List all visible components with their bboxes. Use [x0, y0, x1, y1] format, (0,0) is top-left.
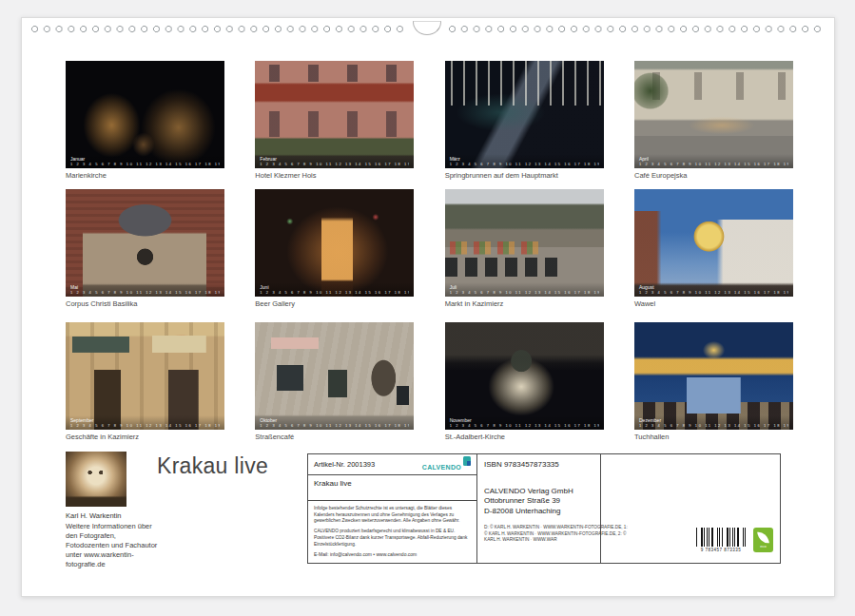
spiral-binding-holes-right — [448, 25, 826, 33]
mini-days-row: 1 2 3 4 5 6 7 8 9 10 11 12 13 14 15 16 1… — [639, 423, 788, 428]
thumbnail-springbrunnen-photo: März 1 2 3 4 5 6 7 8 9 10 11 12 13 14 15… — [445, 61, 604, 168]
mini-days-row: 1 2 3 4 5 6 7 8 9 10 11 12 13 14 15 16 1… — [450, 290, 599, 295]
ean-barcode: 9 783457 873335 — [696, 528, 746, 552]
calendar-back-sheet: Januar 1 2 3 4 5 6 7 8 9 10 11 12 13 14 … — [21, 17, 835, 597]
thumb-caption: Café Europejska — [634, 172, 793, 180]
thumbnail-beer-gallery-photo: Juni 1 2 3 4 5 6 7 8 9 10 11 12 13 14 15… — [255, 189, 414, 297]
thumb-caption: Markt in Kazimierz — [445, 300, 604, 308]
mini-month-calendar: Januar 1 2 3 4 5 6 7 8 9 10 11 12 13 14 … — [66, 154, 224, 168]
photographer-info-text: Weitere Informationen über den Fotografe… — [66, 522, 168, 568]
thumb-caption: Wawel — [634, 300, 793, 308]
hanger-notch — [413, 21, 441, 35]
publisher-info-box: Artikel-Nr. 2001393 CALVENDO Krakau live… — [307, 453, 781, 564]
thumb-caption: Beer Gallery — [255, 300, 414, 308]
eco-badge-label: eco — [760, 545, 766, 549]
month-cell-april: April 1 2 3 4 5 6 7 8 9 10 11 12 13 14 1… — [634, 61, 793, 189]
mini-days-row: 1 2 3 4 5 6 7 8 9 10 11 12 13 14 15 16 1… — [70, 162, 220, 166]
mini-month-calendar: September 1 2 3 4 5 6 7 8 9 10 11 12 13 … — [66, 415, 224, 430]
mini-days-row: 1 2 3 4 5 6 7 8 9 10 11 12 13 14 15 16 1… — [260, 423, 409, 428]
infobox-right-cell: 9 783457 873335 eco — [601, 454, 780, 563]
publisher-address: CALVENDO Verlag GmbH Ottobrunner Straße … — [484, 487, 600, 516]
thumbnail-adalbert-kirche-photo: November 1 2 3 4 5 6 7 8 9 10 11 12 13 1… — [445, 322, 604, 430]
contact-email-line: E-Mail: info@calvendo.com • www.calvendo… — [314, 551, 471, 558]
thumbnail-geschaefte-kazimierz-photo: September 1 2 3 4 5 6 7 8 9 10 11 12 13 … — [66, 322, 224, 430]
calendar-title: Krakau live — [157, 453, 268, 479]
thumb-caption: Hotel Klezmer Hois — [255, 172, 414, 180]
isbn-number: ISBN 9783457873335 — [484, 460, 600, 469]
barcode-digits: 9 783457 873335 — [696, 548, 746, 552]
mini-month-calendar: Dezember 1 2 3 4 5 6 7 8 9 10 11 12 13 1… — [634, 415, 793, 430]
mini-days-row: 1 2 3 4 5 6 7 8 9 10 11 12 13 14 15 16 1… — [260, 290, 409, 295]
mini-month-calendar: August 1 2 3 4 5 6 7 8 9 10 11 12 13 14 … — [634, 282, 793, 297]
thumbnail-wawel-photo: August 1 2 3 4 5 6 7 8 9 10 11 12 13 14 … — [634, 189, 793, 297]
mini-days-row: 1 2 3 4 5 6 7 8 9 10 11 12 13 14 15 16 1… — [450, 423, 599, 428]
mini-days-row: 1 2 3 4 5 6 7 8 9 10 11 12 13 14 15 16 1… — [260, 162, 409, 166]
mini-days-row: 1 2 3 4 5 6 7 8 9 10 11 12 13 14 15 16 1… — [70, 423, 220, 428]
photo-copyright-text: D: © KARL H. WARKENTIN · WWW.WARKENTIN-F… — [484, 525, 629, 544]
legal-text-block: Infolge bestehender Schutzrechte ist es … — [308, 501, 476, 564]
thumbnail-klezmer-hois-photo: Februar 1 2 3 4 5 6 7 8 9 10 11 12 13 14… — [255, 61, 414, 168]
mini-month-calendar: Juni 1 2 3 4 5 6 7 8 9 10 11 12 13 14 15… — [255, 282, 414, 297]
thumbnail-tuchhallen-photo: Dezember 1 2 3 4 5 6 7 8 9 10 11 12 13 1… — [634, 322, 793, 430]
calvendo-logo: CALVENDO — [422, 456, 471, 473]
spiral-binding-holes-left — [30, 25, 408, 33]
mini-month-calendar: März 1 2 3 4 5 6 7 8 9 10 11 12 13 14 15… — [445, 154, 604, 168]
month-cell-october: Oktober 1 2 3 4 5 6 7 8 9 10 11 12 13 14… — [255, 322, 414, 446]
infobox-calendar-title: Krakau live — [308, 475, 476, 501]
thumb-caption: Straßencafé — [255, 433, 414, 441]
thumb-caption: Marienkirche — [66, 172, 224, 180]
barcode-bars — [696, 528, 746, 547]
month-cell-december: Dezember 1 2 3 4 5 6 7 8 9 10 11 12 13 1… — [634, 322, 793, 446]
month-thumbnail-grid: Januar 1 2 3 4 5 6 7 8 9 10 11 12 13 14 … — [66, 61, 793, 446]
thumb-caption: Geschäfte in Kazimierz — [66, 433, 224, 441]
photographer-portrait — [66, 452, 126, 507]
mini-days-row: 1 2 3 4 5 6 7 8 9 10 11 12 13 14 15 16 1… — [639, 162, 788, 166]
mini-days-row: 1 2 3 4 5 6 7 8 9 10 11 12 13 14 15 16 1… — [639, 290, 788, 295]
thumbnail-marienkirche-photo: Januar 1 2 3 4 5 6 7 8 9 10 11 12 13 14 … — [66, 61, 224, 168]
month-cell-january: Januar 1 2 3 4 5 6 7 8 9 10 11 12 13 14 … — [66, 61, 224, 189]
legal-paragraph-eco: CALVENDO produziert bedarfsgerecht und k… — [314, 529, 471, 548]
thumb-caption: St.-Adalbert-Kirche — [445, 433, 604, 441]
thumbnail-strassencafe-photo: Oktober 1 2 3 4 5 6 7 8 9 10 11 12 13 14… — [255, 322, 414, 430]
month-cell-february: Februar 1 2 3 4 5 6 7 8 9 10 11 12 13 14… — [255, 61, 414, 189]
calvendo-logo-text: CALVENDO — [422, 464, 461, 471]
thumb-caption: Corpus Christi Basilika — [66, 300, 224, 308]
mini-month-calendar: Oktober 1 2 3 4 5 6 7 8 9 10 11 12 13 14… — [255, 415, 414, 430]
legal-paragraph-rights: Infolge bestehender Schutzrechte ist es … — [314, 506, 471, 525]
mini-month-calendar: Mai 1 2 3 4 5 6 7 8 9 10 11 12 13 14 15 … — [66, 282, 224, 297]
thumb-caption: Tuchhallen — [634, 433, 793, 441]
leaf-icon — [757, 530, 769, 544]
photographer-name: Karl H. Warkentin — [66, 511, 122, 520]
month-cell-november: November 1 2 3 4 5 6 7 8 9 10 11 12 13 1… — [445, 322, 604, 446]
month-cell-june: Juni 1 2 3 4 5 6 7 8 9 10 11 12 13 14 15… — [255, 189, 414, 322]
article-number-row: Artikel-Nr. 2001393 CALVENDO — [308, 454, 476, 475]
thumbnail-markt-kazimierz-photo: Juli 1 2 3 4 5 6 7 8 9 10 11 12 13 14 15… — [445, 189, 604, 297]
month-cell-september: September 1 2 3 4 5 6 7 8 9 10 11 12 13 … — [66, 322, 224, 446]
mini-month-calendar: April 1 2 3 4 5 6 7 8 9 10 11 12 13 14 1… — [634, 154, 793, 168]
eco-badge: eco — [753, 528, 773, 552]
mini-month-calendar: November 1 2 3 4 5 6 7 8 9 10 11 12 13 1… — [445, 415, 604, 430]
calvendo-logo-wordmark: CALVENDO — [422, 456, 461, 473]
month-cell-august: August 1 2 3 4 5 6 7 8 9 10 11 12 13 14 … — [634, 189, 793, 322]
month-cell-march: März 1 2 3 4 5 6 7 8 9 10 11 12 13 14 15… — [445, 61, 604, 189]
month-cell-july: Juli 1 2 3 4 5 6 7 8 9 10 11 12 13 14 15… — [445, 189, 604, 322]
thumbnail-cafe-europejska-photo: April 1 2 3 4 5 6 7 8 9 10 11 12 13 14 1… — [634, 61, 793, 168]
mini-month-calendar: Juli 1 2 3 4 5 6 7 8 9 10 11 12 13 14 15… — [445, 282, 604, 297]
infobox-left-cell: Artikel-Nr. 2001393 CALVENDO Krakau live… — [308, 454, 477, 563]
thumbnail-corpus-christi-photo: Mai 1 2 3 4 5 6 7 8 9 10 11 12 13 14 15 … — [66, 189, 224, 297]
mini-days-row: 1 2 3 4 5 6 7 8 9 10 11 12 13 14 15 16 1… — [450, 162, 599, 166]
mini-month-calendar: Februar 1 2 3 4 5 6 7 8 9 10 11 12 13 14… — [255, 154, 414, 168]
month-cell-may: Mai 1 2 3 4 5 6 7 8 9 10 11 12 13 14 15 … — [66, 189, 224, 322]
infobox-middle-cell: ISBN 9783457873335 CALVENDO Verlag GmbH … — [477, 454, 601, 563]
mini-days-row: 1 2 3 4 5 6 7 8 9 10 11 12 13 14 15 16 1… — [70, 290, 220, 295]
calvendo-calendar-icon — [463, 456, 471, 466]
thumb-caption: Springbrunnen auf dem Hauptmarkt — [445, 172, 604, 180]
article-number: Artikel-Nr. 2001393 — [314, 460, 375, 469]
